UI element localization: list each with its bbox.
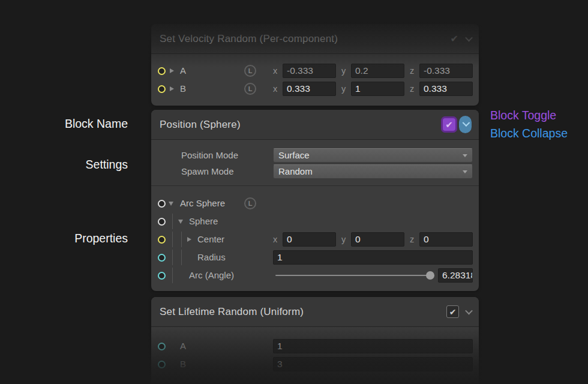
- b-field[interactable]: 3: [273, 357, 473, 371]
- z-field[interactable]: 0.333: [419, 82, 473, 96]
- property-row-arc-sphere: Arc Sphere L: [151, 194, 473, 212]
- property-row-center: Center x 0 y 0 z 0: [151, 230, 473, 248]
- radius-field[interactable]: 1: [273, 250, 473, 265]
- block-toggle-checkbox[interactable]: ✔: [441, 116, 457, 133]
- axis-x-label: x: [273, 235, 280, 244]
- a-field[interactable]: 1: [273, 339, 473, 353]
- block-position-sphere: Position (Sphere) ✔ Position Mode Surfac…: [151, 110, 479, 291]
- annotation-block-name: Block Name: [0, 116, 128, 131]
- property-label: Arc Sphere: [180, 194, 225, 212]
- annotation-settings: Settings: [0, 157, 128, 172]
- property-row-arc-angle: Arc (Angle) 6.28318: [151, 266, 473, 284]
- block-properties: Arc Sphere L Sphere Center x 0 y: [151, 186, 479, 291]
- property-row-b: B 3: [151, 355, 473, 373]
- foldout-right-icon[interactable]: [187, 237, 191, 242]
- foldout-down-icon[interactable]: [169, 202, 173, 206]
- indent-guide: [172, 268, 173, 283]
- axis-y-label: y: [341, 235, 349, 244]
- chevron-down-icon[interactable]: [465, 307, 473, 315]
- slider-handle[interactable]: [426, 271, 434, 280]
- annotation-block-collapse: Block Collapse: [490, 126, 568, 140]
- block-header[interactable]: Set Lifetime Random (Uniform) ✔: [151, 297, 479, 327]
- block-enabled-checkbox[interactable]: ✔: [451, 34, 458, 44]
- property-row-a: A 1: [151, 337, 473, 355]
- property-label: Radius: [197, 248, 226, 266]
- block-title: Set Velocity Random (Per-component): [160, 33, 338, 45]
- foldout-down-icon[interactable]: [178, 220, 183, 224]
- axis-x-label: x: [273, 66, 280, 76]
- check-icon: ✔: [445, 120, 453, 129]
- y-field[interactable]: 1: [351, 82, 404, 96]
- property-label: A: [180, 337, 186, 355]
- position-mode-dropdown[interactable]: Surface: [273, 148, 473, 163]
- property-label: B: [180, 355, 186, 373]
- port-icon[interactable]: [158, 85, 166, 93]
- block-set-lifetime-random: Set Lifetime Random (Uniform) ✔ A 1 B: [151, 297, 479, 384]
- port-icon[interactable]: [158, 218, 166, 226]
- indent-guide: [181, 250, 182, 265]
- block-enabled-checkbox[interactable]: ✔: [446, 305, 459, 318]
- x-field[interactable]: 0.333: [283, 82, 336, 96]
- x-field[interactable]: -0.333: [283, 64, 336, 78]
- setting-row: Position Mode Surface: [151, 147, 473, 163]
- vfx-block-inspector: Set Velocity Random (Per-component) ✔ A …: [0, 0, 588, 384]
- check-icon: ✔: [449, 308, 457, 316]
- foldout-right-icon[interactable]: [170, 68, 174, 73]
- block-title: Position (Sphere): [160, 119, 241, 131]
- property-row-b: B L x 0.333 y 1 z 0.333: [151, 80, 473, 98]
- indent-guide: [172, 232, 173, 247]
- axis-z-label: z: [410, 66, 417, 76]
- block-header[interactable]: Set Velocity Random (Per-component) ✔: [151, 24, 479, 54]
- property-label: Center: [197, 230, 224, 248]
- indent-guide: [181, 232, 182, 247]
- port-icon[interactable]: [158, 361, 166, 368]
- property-row-radius: Radius 1: [151, 248, 473, 266]
- y-field[interactable]: 0.2: [351, 64, 404, 78]
- lock-icon[interactable]: L: [244, 65, 256, 77]
- block-collapse-button[interactable]: [459, 116, 472, 133]
- block-body: A L x -0.333 y 0.2 z -0.333 B L x 0.3: [151, 54, 479, 106]
- indent-guide: [172, 250, 173, 265]
- chevron-down-icon[interactable]: [465, 34, 473, 42]
- lock-icon[interactable]: L: [244, 83, 256, 95]
- chevron-down-icon: [463, 119, 470, 127]
- property-label: B: [180, 80, 186, 98]
- setting-row: Spawn Mode Random: [151, 163, 473, 179]
- property-label: A: [180, 62, 186, 80]
- port-icon[interactable]: [158, 200, 166, 208]
- dropdown-arrow-icon: [463, 170, 467, 173]
- foldout-right-icon[interactable]: [170, 86, 174, 91]
- slider-track: [275, 275, 434, 276]
- block-settings: Position Mode Surface Spawn Mode Random: [151, 140, 479, 185]
- indent-guide: [172, 214, 173, 229]
- block-title: Set Lifetime Random (Uniform): [160, 306, 304, 318]
- dropdown-value: Surface: [278, 150, 310, 160]
- axis-z-label: z: [410, 84, 417, 94]
- port-icon[interactable]: [158, 236, 166, 244]
- x-field[interactable]: 0: [283, 232, 336, 247]
- annotation-properties: Properties: [0, 231, 128, 245]
- axis-x-label: x: [273, 84, 280, 94]
- property-label: Arc (Angle): [189, 266, 234, 284]
- spawn-mode-dropdown[interactable]: Random: [273, 164, 473, 179]
- lock-icon[interactable]: L: [244, 197, 256, 209]
- property-row-sphere: Sphere: [151, 212, 473, 230]
- arc-angle-slider[interactable]: [273, 268, 434, 283]
- arc-angle-field[interactable]: 6.28318: [438, 268, 473, 283]
- annotation-block-toggle: Block Toggle: [490, 108, 556, 122]
- port-icon[interactable]: [158, 343, 166, 350]
- property-row-a: A L x -0.333 y 0.2 z -0.333: [151, 62, 473, 80]
- z-field[interactable]: 0: [419, 232, 473, 247]
- z-field[interactable]: -0.333: [419, 64, 473, 78]
- setting-label: Position Mode: [181, 150, 271, 160]
- port-icon[interactable]: [158, 272, 166, 280]
- port-icon[interactable]: [158, 254, 166, 262]
- axis-z-label: z: [410, 235, 417, 244]
- block-body: A 1 B 3: [151, 327, 479, 381]
- dropdown-value: Random: [278, 166, 313, 176]
- port-icon[interactable]: [158, 67, 166, 75]
- axis-y-label: y: [341, 66, 349, 76]
- y-field[interactable]: 0: [351, 232, 404, 247]
- property-label: Sphere: [189, 212, 218, 230]
- block-header[interactable]: Position (Sphere) ✔: [151, 110, 479, 140]
